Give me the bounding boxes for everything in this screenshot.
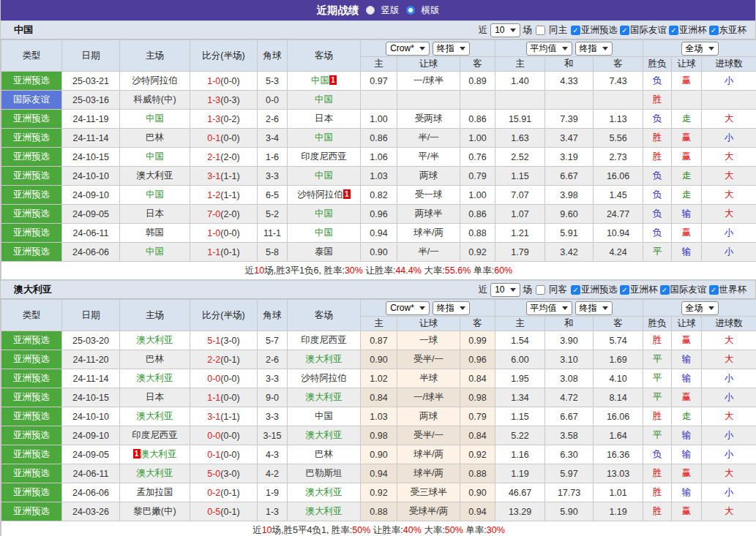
result-goals: 小	[702, 72, 756, 91]
handicap-away-odds: 0.98	[460, 388, 495, 407]
col-handicap-line: 让球	[397, 57, 460, 72]
league-label: 世界杯	[719, 284, 747, 296]
match-row: 亚洲预选25-03-20澳大利亚5-1(3-0)5-7印度尼西亚0.87一球0.…	[1, 331, 756, 350]
result-handicap: 输	[672, 483, 702, 502]
fulltime-score: 1-1	[207, 393, 220, 403]
corners: 4-3	[258, 445, 288, 464]
match-row: 亚洲预选24-06-06中国1-1(0-1)5-8泰国0.90半/一0.921.…	[1, 243, 756, 262]
league-checkbox[interactable]: ✓	[571, 285, 580, 295]
away-team-cell: 澳大利亚	[288, 483, 361, 502]
same-home-checkbox[interactable]	[536, 26, 545, 35]
avg-home-odds: 1.15	[495, 407, 545, 426]
match-row: 亚洲预选24-03-26黎巴嫩(中)0-5(0-1)1-3澳大利亚0.88受球半…	[1, 502, 756, 521]
home-team-cell: 黎巴嫩(中)	[120, 502, 190, 521]
halftime-score: (0-0)	[220, 393, 239, 403]
bookmaker-select[interactable]: Crow*	[386, 301, 430, 315]
match-type: 亚洲预选	[1, 186, 62, 205]
recent-count-select[interactable]: 10	[490, 283, 520, 297]
final-odds-select[interactable]: 终指	[433, 42, 470, 56]
league-checkbox[interactable]: ✓	[620, 26, 629, 35]
avg-away-odds: 5.74	[594, 331, 643, 350]
home-team-cell: 日本	[120, 205, 190, 224]
handicap-line: 一/球半	[397, 72, 460, 91]
handicap-away-odds: 0.88	[460, 464, 495, 483]
league-checkbox[interactable]: ✓	[669, 26, 678, 35]
league-checkbox[interactable]: ✓	[709, 26, 719, 35]
fulltime-score: 2-1	[207, 152, 220, 162]
recent-count-select[interactable]: 10	[490, 23, 520, 37]
result-handicap: 输	[672, 426, 702, 445]
final-odds-select-2[interactable]: 终指	[575, 301, 613, 315]
result-handicap: 走	[672, 186, 702, 205]
avg-away-odds: 7.43	[594, 72, 643, 91]
handicap-line: 受一球	[397, 186, 460, 205]
horizontal-layout-radio[interactable]	[406, 6, 415, 15]
league-checkbox[interactable]: ✓	[620, 285, 629, 295]
away-team-cell: 中国	[288, 407, 361, 426]
corners: 11-1	[258, 224, 288, 243]
fulltime-select[interactable]: 全场	[681, 301, 719, 315]
fulltime-select[interactable]: 全场	[681, 42, 719, 56]
match-date: 24-11-19	[62, 110, 120, 129]
handicap-line: 球半/两	[397, 464, 460, 483]
result-winloss: 胜	[643, 91, 672, 110]
corners: 5-2	[258, 205, 288, 224]
fulltime-score: 0-1	[207, 133, 220, 143]
match-date: 24-10-10	[62, 407, 120, 426]
chevron-down-icon	[562, 47, 568, 50]
average-select[interactable]: 平均值	[526, 301, 572, 315]
score-cell: 0-2(0-1)	[190, 483, 258, 502]
away-team: 中国	[315, 411, 333, 421]
result-winloss: 胜	[643, 483, 672, 502]
avg-draw-odds	[545, 91, 594, 110]
score-cell: 1-3(0-3)	[190, 91, 258, 110]
bookmaker-select[interactable]: Crow*	[386, 42, 430, 56]
col-handicap-home: 主	[361, 57, 397, 72]
match-type: 亚洲预选	[1, 369, 62, 388]
score-cell: 5-0(3-0)	[190, 464, 258, 483]
handicap-home-odds: 0.88	[361, 502, 397, 521]
corners: 0-0	[258, 91, 288, 110]
halftime-score: (3-0)	[220, 336, 239, 346]
score-cell: 0-1(0-0)	[190, 129, 258, 148]
halftime-score: (0-1)	[220, 355, 239, 365]
corners: 5-8	[258, 243, 288, 262]
avg-home-odds: 1.79	[495, 243, 545, 262]
handicap-home-odds: 0.87	[361, 331, 397, 350]
corners: 4-2	[258, 464, 288, 483]
col-corner: 角球	[258, 40, 288, 72]
vertical-layout-radio[interactable]	[366, 6, 375, 15]
league-checkbox[interactable]: ✓	[660, 285, 670, 295]
away-team-cell: 日本	[288, 110, 361, 129]
vertical-layout-label[interactable]: 竖版	[381, 4, 400, 17]
score-cell: 5-1(3-0)	[190, 331, 258, 350]
average-select[interactable]: 平均值	[526, 42, 572, 56]
chevron-down-icon	[419, 306, 425, 310]
same-away-checkbox[interactable]	[536, 285, 545, 295]
chevron-down-icon	[602, 47, 608, 50]
final-odds-select-2[interactable]: 终指	[575, 42, 613, 56]
match-date: 24-06-06	[62, 243, 120, 262]
avg-draw-odds: 9.60	[545, 205, 594, 224]
halftime-score: (0-0)	[220, 76, 239, 86]
league-checkbox[interactable]: ✓	[709, 285, 719, 295]
chevron-down-icon	[510, 288, 516, 292]
fulltime-score: 5-1	[207, 336, 220, 346]
avg-draw-odds: 3.10	[545, 350, 594, 369]
match-row: 亚洲预选24-11-14巴林0-1(0-0)3-4中国0.86半/一1.001.…	[1, 129, 756, 148]
halftime-score: (0-1)	[220, 507, 239, 517]
handicap-home-odds: 0.96	[361, 205, 397, 224]
col-date: 日期	[62, 300, 120, 331]
horizontal-layout-label[interactable]: 横版	[422, 4, 440, 17]
avg-away-odds: 1.13	[594, 110, 643, 129]
corners: 6-5	[258, 186, 288, 205]
final-odds-select[interactable]: 终指	[433, 301, 470, 315]
match-row: 亚洲预选24-10-15中国2-1(2-0)1-6印度尼西亚1.06平/半0.7…	[1, 148, 756, 167]
handicap-home-odds: 0.94	[361, 224, 397, 243]
avg-draw-odds: 7.39	[545, 110, 594, 129]
home-team-cell: 中国	[120, 243, 190, 262]
match-date: 25-03-16	[62, 91, 120, 110]
col-type: 类型	[1, 300, 62, 331]
avg-away-odds: 1.19	[594, 502, 643, 521]
league-checkbox[interactable]: ✓	[571, 26, 580, 35]
